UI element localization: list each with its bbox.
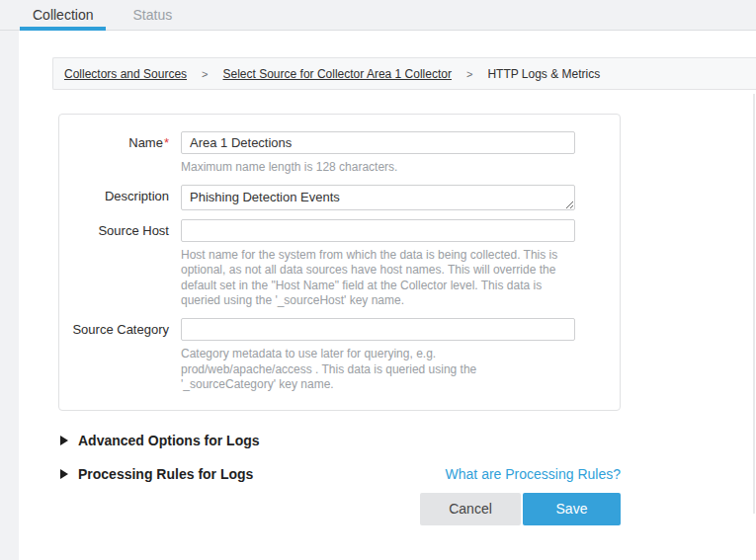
breadcrumb-link-select-source[interactable]: Select Source for Collector Area 1 Colle…: [223, 67, 452, 81]
source-host-row: Source Host Host name for the system fro…: [59, 219, 620, 309]
save-button[interactable]: Save: [523, 493, 621, 525]
source-category-help: Category metadata to use later for query…: [181, 347, 575, 393]
source-category-input[interactable]: [181, 318, 575, 341]
breadcrumb: Collectors and Sources > Select Source f…: [52, 57, 756, 90]
app-window: Collection Status Collectors and Sources…: [0, 0, 756, 560]
source-host-input[interactable]: [181, 219, 575, 242]
source-host-label: Source Host: [59, 219, 181, 309]
source-config-form: Name* Maximum name length is 128 charact…: [58, 114, 621, 411]
processing-rules-toggle[interactable]: Processing Rules for Logs: [58, 466, 253, 482]
expand-arrow-icon: [60, 436, 68, 445]
description-row: Description Phishing Detection Events: [59, 185, 620, 210]
advanced-options-title: Advanced Options for Logs: [78, 433, 260, 448]
processing-rules-section: Processing Rules for Logs What are Proce…: [58, 466, 621, 482]
expand-arrow-icon: [60, 469, 68, 479]
name-input[interactable]: [181, 131, 575, 154]
required-marker: *: [164, 135, 169, 150]
advanced-options-section: Advanced Options for Logs: [58, 433, 621, 448]
description-input[interactable]: Phishing Detection Events: [181, 185, 575, 210]
name-label: Name*: [59, 131, 181, 176]
tab-status[interactable]: Status: [120, 0, 185, 30]
tab-collection-label: Collection: [33, 7, 93, 23]
processing-rules-title: Processing Rules for Logs: [78, 466, 253, 482]
breadcrumb-current-page: HTTP Logs & Metrics: [487, 67, 600, 81]
advanced-options-toggle[interactable]: Advanced Options for Logs: [58, 433, 260, 448]
content-panel: Collectors and Sources > Select Source f…: [19, 31, 756, 560]
breadcrumb-separator: >: [466, 68, 472, 80]
breadcrumb-separator: >: [202, 68, 208, 80]
tab-collection[interactable]: Collection: [20, 0, 106, 30]
source-category-label: Source Category: [59, 318, 181, 393]
cancel-button[interactable]: Cancel: [420, 493, 521, 525]
description-label: Description: [59, 185, 181, 210]
scroll-track: [753, 94, 755, 514]
breadcrumb-link-collectors-and-sources[interactable]: Collectors and Sources: [64, 67, 187, 81]
source-host-help: Host name for the system from which the …: [181, 248, 575, 309]
name-row: Name* Maximum name length is 128 charact…: [59, 131, 620, 176]
name-hint: Maximum name length is 128 characters.: [181, 160, 575, 176]
tab-status-label: Status: [132, 7, 172, 23]
what-are-processing-rules-link[interactable]: What are Processing Rules?: [446, 466, 621, 482]
form-actions: Cancel Save: [58, 493, 621, 525]
tab-bar: Collection Status: [0, 0, 756, 31]
source-category-row: Source Category Category metadata to use…: [59, 318, 620, 393]
